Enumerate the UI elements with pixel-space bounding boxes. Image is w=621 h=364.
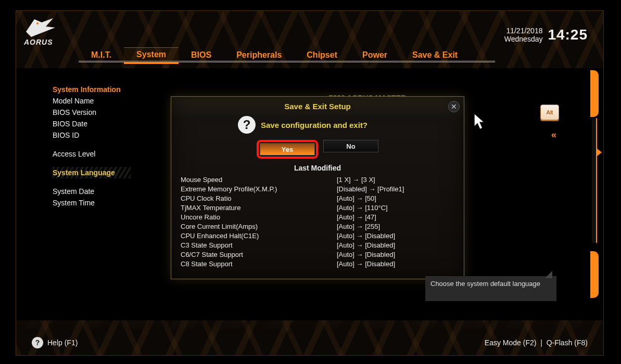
- clock: 11/21/2018 Wednesday 14:25: [504, 27, 588, 43]
- chevron-left-icon[interactable]: «: [551, 129, 556, 140]
- alt-key-hint[interactable]: Alt: [540, 105, 559, 120]
- change-value: [Disabled] → [Profile1]: [337, 185, 454, 194]
- item-bios-version[interactable]: BIOS Version: [53, 107, 131, 118]
- change-value: [Auto] → [110°C]: [337, 203, 454, 213]
- item-system-time[interactable]: System Time: [53, 197, 131, 209]
- item-bios-date[interactable]: BIOS Date: [53, 118, 131, 129]
- time-text: 14:25: [548, 27, 588, 43]
- help-icon[interactable]: ?: [32, 337, 43, 348]
- change-row: Extreme Memory Profile(X.M.P.)[Disabled]…: [181, 185, 454, 194]
- change-row: C6/C7 State Support[Auto] → [Disabled]: [181, 250, 454, 259]
- footer-bar: ? Help (F1) Easy Mode (F2) | Q-Flash (F8…: [16, 330, 603, 355]
- date-text: 11/21/2018: [506, 27, 542, 35]
- change-value: [Auto] → [Disabled]: [337, 259, 454, 269]
- change-name: Uncore Ratio: [181, 213, 337, 222]
- brand-text: AORUS: [24, 38, 57, 46]
- section-system-information: System Information: [53, 84, 131, 95]
- dialog-title: Save & Exit Setup: [171, 97, 464, 114]
- change-row: C8 State Support[Auto] → [Disabled]: [181, 259, 454, 269]
- change-name: Core Current Limit(Amps): [181, 222, 337, 231]
- change-value: [Auto] → [Disabled]: [337, 241, 454, 250]
- item-system-date[interactable]: System Date: [53, 186, 131, 197]
- change-name: CPU Clock Ratio: [181, 194, 337, 203]
- change-value: [Auto] → [255]: [337, 222, 454, 231]
- yes-button[interactable]: Yes: [260, 143, 315, 155]
- changes-list: Mouse Speed[1 X] → [3 X]Extreme Memory P…: [181, 175, 454, 270]
- change-value: [Auto] → [Disabled]: [337, 231, 454, 241]
- easy-mode-label[interactable]: Easy Mode (F2): [485, 339, 537, 347]
- change-row: Uncore Ratio[Auto] → [47]: [181, 213, 454, 222]
- change-value: [Auto] → [50]: [337, 194, 454, 203]
- yes-highlight: Yes: [257, 140, 318, 159]
- dialog-prompt: Save configuration and exit?: [261, 121, 367, 129]
- help-label[interactable]: Help (F1): [47, 339, 78, 347]
- tab-underline: [79, 61, 495, 62]
- item-model-name[interactable]: Model Name: [53, 95, 131, 107]
- svg-point-0: [36, 22, 39, 24]
- change-name: Mouse Speed: [181, 175, 337, 185]
- change-row: Core Current Limit(Amps)[Auto] → [255]: [181, 222, 454, 231]
- change-name: CPU Enhanced Halt(C1E): [181, 231, 337, 241]
- item-system-language[interactable]: System Language: [53, 167, 131, 178]
- aorus-logo: AORUS: [24, 16, 57, 46]
- change-row: C3 State Support[Auto] → [Disabled]: [181, 241, 454, 250]
- close-icon[interactable]: ✕: [448, 101, 460, 112]
- change-value: [Auto] → [47]: [337, 213, 454, 222]
- change-row: TjMAX Temperature[Auto] → [110°C]: [181, 203, 454, 213]
- last-modified-heading: Last Modified: [181, 164, 454, 172]
- change-row: Mouse Speed[1 X] → [3 X]: [181, 175, 454, 185]
- help-tooltip: Choose the system default language: [425, 276, 556, 301]
- arrow-right-icon: [597, 148, 602, 157]
- change-name: Extreme Memory Profile(X.M.P.): [181, 185, 337, 194]
- change-name: C3 State Support: [181, 241, 337, 250]
- change-value: [1 X] → [3 X]: [337, 175, 454, 185]
- change-value: [Auto] → [Disabled]: [337, 269, 454, 270]
- bios-window: AORUS 11/21/2018 Wednesday 14:25 M.I.T. …: [16, 10, 604, 356]
- change-name: C8 State Support: [181, 259, 337, 269]
- change-value: [Auto] → [Disabled]: [337, 250, 454, 259]
- no-button[interactable]: No: [323, 140, 378, 152]
- eagle-icon: [24, 16, 57, 39]
- change-row: CPU Clock Ratio[Auto] → [50]: [181, 194, 454, 203]
- change-row: CPU Enhanced Halt(C1E)[Auto] → [Disabled…: [181, 231, 454, 241]
- side-scroll-bar[interactable]: [590, 70, 601, 299]
- change-name: C6/C7 State Support: [181, 250, 337, 259]
- item-bios-id[interactable]: BIOS ID: [53, 129, 131, 141]
- question-icon: ?: [238, 116, 256, 134]
- change-name: TjMAX Temperature: [181, 203, 337, 213]
- item-access-level[interactable]: Access Level: [53, 148, 131, 160]
- qflash-label[interactable]: Q-Flash (F8): [547, 339, 588, 347]
- change-name: C10 State Support: [181, 269, 337, 270]
- save-exit-dialog: ✕ Save & Exit Setup ? Save configuration…: [171, 96, 464, 279]
- settings-list: System Information Model Name BIOS Versi…: [53, 84, 131, 209]
- change-row: C10 State Support[Auto] → [Disabled]: [181, 269, 454, 270]
- day-text: Wednesday: [504, 35, 543, 43]
